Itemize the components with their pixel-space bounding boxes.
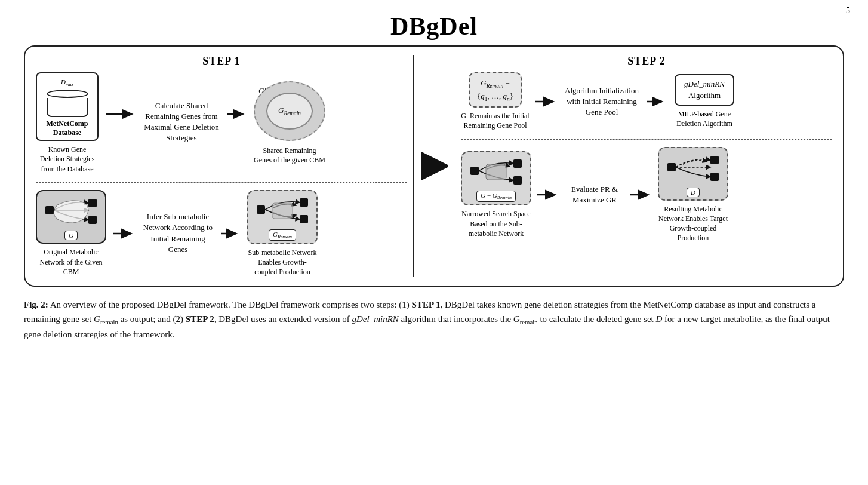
- g-outer-label: G': [258, 86, 266, 96]
- step1-top-row: Dmax MetNetComp Database Known Gene Dele…: [36, 72, 407, 177]
- g-remain-ellipse: G' GRemain: [254, 81, 325, 141]
- step1-block: STEP 1 Dmax MetNetComp Database Known Ge…: [36, 55, 414, 277]
- gremain-as-text: G_Remain as the Initial Remaining Gene P…: [461, 111, 530, 130]
- orig-caption: Original Metabolic Network of the Given …: [36, 247, 106, 277]
- svg-rect-14: [300, 215, 308, 223]
- result-net-box: D: [658, 147, 728, 201]
- step2-top-row: GRemain = {g1, …, gn} G_Remain as the In…: [461, 72, 832, 134]
- eval-col: Evaluate PR & Maximize GR: [565, 184, 624, 205]
- outer-frame: STEP 1 Dmax MetNetComp Database Known Ge…: [24, 45, 844, 287]
- narrow-col: G − GRemain Narrowed Search Space Based …: [461, 151, 531, 238]
- arrow6: [645, 95, 667, 108]
- step1-bot-row: G Original Metabolic Network of the Give…: [36, 188, 407, 277]
- shared-caption: Shared Remaining Genes of the given CBM: [254, 146, 325, 165]
- dashed-divider-step1: [36, 182, 407, 183]
- algo-init-text: Algorithm Initialization with Initial Re…: [563, 85, 641, 118]
- orig-net-box: G: [36, 190, 106, 244]
- cylinder-body: [47, 98, 88, 117]
- eval-text: Evaluate PR & Maximize GR: [565, 184, 624, 205]
- svg-rect-5: [88, 199, 97, 207]
- arrow3: [112, 227, 136, 240]
- step2-bot-row: G − GRemain Narrowed Search Space Based …: [461, 145, 832, 243]
- algo-init-col: Algorithm Initialization with Initial Re…: [563, 85, 641, 118]
- narrow-box-label: G − GRemain: [476, 191, 516, 202]
- db-label-top: Dmax: [61, 78, 73, 87]
- infer-text: Infer Sub-metabolic Network According to…: [142, 211, 214, 255]
- g-remain-col: G' GRemain Shared Remaining Genes of the…: [254, 81, 325, 165]
- svg-rect-34: [710, 173, 719, 181]
- center-arrow: [414, 55, 455, 277]
- submet-box-label: GRemain: [269, 229, 296, 241]
- calc-text: Calculate Shared Remaining Genes from Ma…: [143, 100, 220, 144]
- arrow1: [104, 108, 137, 121]
- algo-box-col: gDel_minRN Algorithm MILP-based Gene Del…: [672, 74, 737, 128]
- dashed-divider-step2: [461, 139, 832, 140]
- db-caption: Known Gene Deletion Strategies from the …: [36, 145, 99, 174]
- step2-label: STEP 2: [461, 55, 832, 67]
- page-number: 5: [846, 6, 850, 16]
- gremain-set-box: GRemain = {g1, …, gn}: [469, 72, 522, 108]
- db-box: Dmax MetNetComp Database: [36, 72, 99, 141]
- arrow2: [226, 108, 248, 121]
- gdel-algo-box: gDel_minRN Algorithm: [675, 74, 734, 105]
- orig-box-label: G: [64, 231, 78, 240]
- db-label-main: MetNetComp Database: [39, 119, 95, 137]
- arrow8: [629, 188, 653, 201]
- step2-block: STEP 2 GRemain = {g1, …, gn} G_Remain as…: [455, 55, 832, 277]
- svg-rect-25: [513, 176, 522, 185]
- narrow-net-box: G − GRemain: [461, 151, 531, 205]
- calc-col: Calculate Shared Remaining Genes from Ma…: [143, 100, 220, 146]
- submet-col: GRemain Sub-metabolic Network Enables Gr…: [247, 190, 318, 277]
- g-inner-label: GRemain: [278, 106, 301, 116]
- svg-rect-13: [300, 198, 308, 207]
- step1-label: STEP 1: [36, 55, 407, 67]
- arrow7: [536, 188, 560, 201]
- orig-net-col: G Original Metabolic Network of the Give…: [36, 190, 106, 277]
- arrow4: [220, 227, 241, 240]
- infer-text-col: Infer Sub-metabolic Network According to…: [142, 211, 214, 255]
- svg-rect-24: [513, 159, 522, 168]
- svg-rect-33: [710, 156, 719, 164]
- svg-rect-23: [470, 167, 479, 175]
- gremain-set-col: GRemain = {g1, …, gn} G_Remain as the In…: [461, 72, 530, 131]
- arrow5: [534, 95, 558, 108]
- svg-rect-26: [486, 164, 506, 180]
- svg-rect-4: [45, 206, 54, 214]
- svg-rect-32: [667, 163, 676, 171]
- submet-box: GRemain: [247, 190, 318, 244]
- result-caption: Resulting Metabolic Network Enables Targ…: [658, 204, 728, 243]
- cylinder-top: [47, 90, 88, 98]
- figure-caption: Fig. 2: An overview of the proposed DBgD…: [24, 297, 844, 342]
- svg-rect-6: [88, 216, 97, 224]
- milp-caption: MILP-based Gene Deletion Algorithm: [672, 109, 737, 128]
- svg-rect-12: [257, 205, 265, 214]
- result-col: D Resulting Metabolic Network Enables Ta…: [658, 147, 728, 243]
- svg-rect-15: [272, 203, 293, 219]
- db-item-col: Dmax MetNetComp Database Known Gene Dele…: [36, 72, 99, 174]
- submet-caption: Sub-metabolic Network Enables Growth-cou…: [247, 248, 318, 277]
- narrow-caption: Narrowed Search Space Based on the Sub-m…: [461, 209, 531, 238]
- main-title: DBgDel: [24, 12, 844, 41]
- fig-label: Fig. 2:: [24, 300, 48, 309]
- result-box-label: D: [687, 188, 700, 197]
